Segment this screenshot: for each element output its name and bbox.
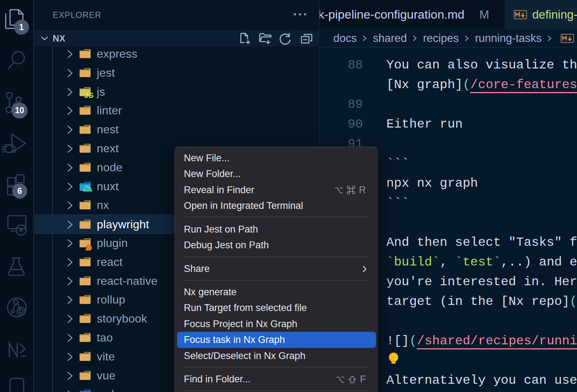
svg-text:JS: JS <box>84 91 94 99</box>
